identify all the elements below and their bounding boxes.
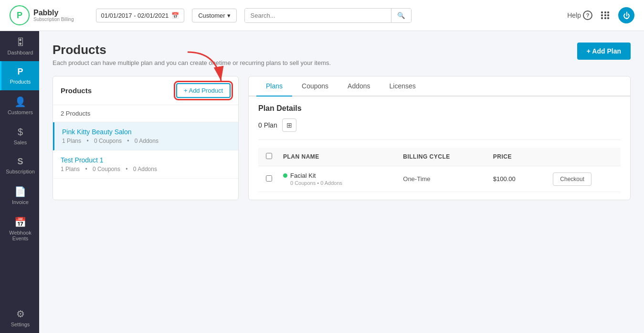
table-row: Facial Kit 0 Coupons • 0 Addons One-Time… (258, 166, 621, 192)
product-meta: 1 Plans • 0 Coupons • 0 Addons (61, 166, 231, 172)
table-header: PLAN NAME BILLING CYCLE PRICE (258, 148, 621, 166)
search-input[interactable] (245, 9, 391, 22)
products-icon: P (17, 67, 23, 77)
sidebar: 🎛 Dashboard P Products 👤 Customers $ Sal… (0, 31, 39, 333)
search-button[interactable]: 🔍 (391, 9, 411, 22)
subscription-icon: S (17, 157, 23, 167)
page-title-area: Products Each product can have multiple … (53, 43, 331, 66)
product-meta: 1 Plans • 0 Coupons • 0 Addons (62, 138, 231, 144)
tab-coupons[interactable]: Coupons (292, 76, 338, 97)
sidebar-item-settings[interactable]: ⚙ Settings (0, 302, 39, 333)
right-panel: Plans Coupons Addons Licenses Plan Detai… (248, 76, 631, 200)
power-button[interactable]: ⏻ (618, 7, 634, 23)
checkout-button[interactable]: Checkout (553, 172, 591, 186)
plan-checkbox[interactable] (266, 175, 272, 182)
add-plan-button[interactable]: + Add Plan (577, 43, 631, 60)
invoice-icon: 📄 (14, 186, 26, 197)
content-area: Products Each product can have multiple … (39, 31, 644, 333)
tabs: Plans Coupons Addons Licenses (249, 76, 630, 97)
sidebar-item-subscription[interactable]: S Subscription (0, 151, 39, 180)
add-product-button[interactable]: + Add Product (176, 83, 231, 98)
header: P Pabbly Subscription Billing 01/01/2017… (0, 0, 644, 31)
sidebar-item-webhook[interactable]: 📅 Webhook Events (0, 211, 39, 247)
plan-sub-meta: 0 Coupons • 0 Addons (283, 180, 403, 186)
list-item[interactable]: Pink Kitty Beauty Salon 1 Plans • 0 Coup… (53, 122, 238, 150)
sidebar-item-customers[interactable]: 👤 Customers (0, 90, 39, 121)
list-item[interactable]: Test Product 1 1 Plans • 0 Coupons • 0 A… (53, 150, 238, 179)
select-all-checkbox[interactable] (266, 153, 272, 159)
tab-plans[interactable]: Plans (256, 76, 292, 97)
webhook-icon: 📅 (14, 216, 26, 228)
sidebar-item-sales[interactable]: $ Sales (0, 121, 39, 151)
active-status-dot (283, 173, 287, 178)
left-panel: Products + Add Product (53, 76, 239, 200)
search-bar: 🔍 (244, 8, 412, 23)
header-right: Help ? ⏻ (567, 7, 634, 23)
plan-details-section: Plan Details 0 Plan ⊞ PLAN NAME BILLING … (249, 97, 630, 200)
panel-header: Products + Add Product (53, 76, 238, 105)
plan-actions-row: 0 Plan ⊞ (258, 118, 621, 140)
page-header: Products Each product can have multiple … (53, 43, 631, 66)
customers-icon: 👤 (14, 96, 26, 107)
grid-icon[interactable] (601, 11, 610, 19)
panels: Products + Add Product (53, 76, 631, 200)
logo-icon: P (10, 5, 30, 25)
sidebar-item-invoice[interactable]: 📄 Invoice (0, 180, 39, 211)
tab-addons[interactable]: Addons (338, 76, 380, 97)
chevron-down-icon: ▾ (227, 12, 231, 19)
help-link[interactable]: Help ? (567, 11, 592, 20)
customer-dropdown[interactable]: Customer ▾ (192, 9, 236, 22)
page-subtitle: Each product can have multiple plan and … (53, 59, 331, 66)
sidebar-item-dashboard[interactable]: 🎛 Dashboard (0, 31, 39, 61)
page-title: Products (53, 43, 331, 57)
help-icon: ? (583, 11, 592, 20)
settings-icon: ⚙ (16, 308, 25, 320)
products-count: 2 Products (53, 105, 238, 122)
plan-export-button[interactable]: ⊞ (282, 118, 296, 132)
date-range-picker[interactable]: 01/01/2017 - 02/01/2021 📅 (96, 9, 185, 22)
sidebar-item-products[interactable]: P Products (0, 61, 39, 90)
logo-text: Pabbly Subscription Billing (33, 9, 74, 22)
plans-table: PLAN NAME BILLING CYCLE PRICE Facial Kit (258, 148, 621, 192)
logo: P Pabbly Subscription Billing (10, 5, 74, 25)
calendar-icon: 📅 (171, 12, 179, 19)
main-layout: 🎛 Dashboard P Products 👤 Customers $ Sal… (0, 31, 644, 333)
dashboard-icon: 🎛 (16, 37, 25, 48)
tab-licenses[interactable]: Licenses (380, 76, 425, 97)
sales-icon: $ (18, 127, 23, 138)
